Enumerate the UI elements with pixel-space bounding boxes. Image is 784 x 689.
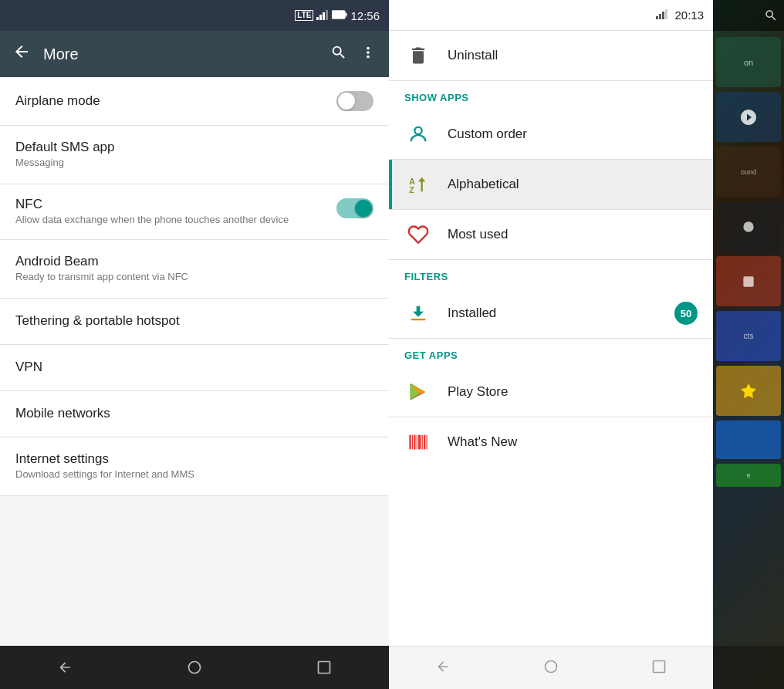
settings-item-nfc-title: NFC <box>15 197 289 212</box>
signal-icon-right <box>656 8 668 22</box>
svg-rect-10 <box>662 12 664 19</box>
svg-rect-23 <box>427 435 427 450</box>
menu-spacer <box>389 467 713 646</box>
custom-order-label: Custom order <box>448 127 527 142</box>
settings-item-android-beam[interactable]: Android Beam Ready to transmit app conte… <box>0 240 389 299</box>
svg-rect-15 <box>411 319 426 320</box>
settings-item-airplane-mode[interactable]: Airplane mode <box>0 77 389 126</box>
airplane-mode-toggle[interactable] <box>336 91 373 111</box>
settings-item-tethering-text: Tethering & portable hotspot <box>15 313 180 329</box>
show-apps-label: SHOW APPS <box>389 81 713 110</box>
settings-item-mobile-title: Mobile networks <box>15 406 110 421</box>
settings-item-mobile-networks[interactable]: Mobile networks <box>0 391 389 437</box>
barcode-icon <box>404 428 432 456</box>
settings-item-tethering-title: Tethering & portable hotspot <box>15 313 180 329</box>
person-icon <box>404 120 432 148</box>
settings-item-airplane-text: Airplane mode <box>15 93 100 109</box>
side-strip: on ound cts <box>713 0 784 689</box>
settings-item-airplane-title: Airplane mode <box>15 93 100 109</box>
back-nav-right[interactable] <box>435 659 451 677</box>
svg-point-12 <box>414 127 421 134</box>
settings-item-nfc[interactable]: NFC Allow data exchange when the phone t… <box>0 184 389 240</box>
side-app-6: cts <box>716 311 781 361</box>
side-strip-content: on ound cts <box>713 0 784 689</box>
svg-rect-11 <box>665 9 667 19</box>
recents-nav-button[interactable] <box>309 652 340 683</box>
svg-rect-7 <box>319 662 330 674</box>
side-app-7 <box>716 366 781 416</box>
search-button[interactable] <box>330 44 347 65</box>
svg-point-6 <box>189 662 201 674</box>
settings-item-sms-title: Default SMS app <box>15 140 115 155</box>
installed-badge: 50 <box>674 302 698 325</box>
settings-item-nfc-text: NFC Allow data exchange when the phone t… <box>15 197 289 227</box>
uninstall-label: Uninstall <box>448 48 498 63</box>
alphabetical-label: Alphabetical <box>448 177 519 192</box>
toolbar-title: More <box>43 46 318 63</box>
settings-item-sms-text: Default SMS app Messaging <box>15 140 115 170</box>
settings-item-mobile-text: Mobile networks <box>15 406 110 421</box>
svg-rect-9 <box>659 14 661 19</box>
svg-rect-19 <box>417 435 417 450</box>
settings-item-beam-text: Android Beam Ready to transmit app conte… <box>15 254 188 284</box>
settings-item-internet-title: Internet settings <box>15 451 194 467</box>
settings-item-vpn-title: VPN <box>15 360 42 375</box>
most-used-label: Most used <box>448 227 508 242</box>
side-app-grid: on ound cts <box>713 31 784 646</box>
settings-item-internet-subtitle: Download settings for Internet and MMS <box>15 468 194 481</box>
playstore-icon <box>404 378 432 406</box>
bottom-nav-left <box>0 646 389 689</box>
play-store-label: Play Store <box>448 384 508 400</box>
uninstall-menu-item[interactable]: Uninstall <box>389 31 713 80</box>
side-status-bar <box>713 0 784 31</box>
svg-point-26 <box>743 221 753 231</box>
settings-item-beam-subtitle: Ready to transmit app content via NFC <box>15 271 188 284</box>
side-app-2 <box>716 92 781 142</box>
time-right: 20:13 <box>674 8 704 22</box>
status-icons-left: LTE 12:56 <box>295 9 380 22</box>
settings-item-beam-title: Android Beam <box>15 254 188 269</box>
settings-item-internet[interactable]: Internet settings Download settings for … <box>0 437 389 496</box>
side-nav-bar <box>713 646 784 689</box>
menu-item-play-store[interactable]: Play Store <box>389 367 713 417</box>
settings-item-tethering[interactable]: Tethering & portable hotspot <box>0 299 389 345</box>
side-app-1: on <box>716 37 781 87</box>
sort-az-icon: A Z <box>404 171 432 198</box>
settings-list: Airplane mode Default SMS app Messaging … <box>0 77 389 646</box>
menu-item-custom-order[interactable]: Custom order <box>389 110 713 159</box>
menu-item-installed[interactable]: Installed 50 <box>389 289 713 338</box>
back-nav-button[interactable] <box>49 652 80 683</box>
left-panel: LTE 12:56 Mo <box>0 0 389 689</box>
svg-rect-4 <box>332 11 345 19</box>
menu-item-alphabetical[interactable]: A Z Alphabetical <box>389 160 713 209</box>
side-app-3: ound <box>716 147 781 197</box>
home-nav-right[interactable] <box>543 659 559 677</box>
svg-rect-8 <box>656 16 658 19</box>
recents-nav-right[interactable] <box>651 659 667 677</box>
svg-marker-28 <box>741 383 756 398</box>
get-apps-label: GET APPS <box>389 339 713 367</box>
toolbar-left: More <box>0 31 389 77</box>
nfc-toggle[interactable] <box>336 198 373 218</box>
settings-item-vpn[interactable]: VPN <box>0 345 389 391</box>
bottom-nav-right <box>389 646 713 689</box>
middle-panel: 20:13 Uninstall SHOW APPS Custom order <box>389 0 713 689</box>
settings-item-default-sms[interactable]: Default SMS app Messaging <box>0 126 389 184</box>
svg-text:Z: Z <box>409 185 414 194</box>
settings-item-sms-subtitle: Messaging <box>15 157 115 170</box>
heart-icon <box>404 221 432 248</box>
lte-icon: LTE <box>295 10 313 21</box>
svg-rect-5 <box>346 13 347 17</box>
menu-item-most-used[interactable]: Most used <box>389 210 713 259</box>
home-nav-button[interactable] <box>179 652 210 683</box>
right-panel: 20:13 Uninstall SHOW APPS Custom order <box>389 0 784 689</box>
menu-item-whats-new[interactable]: What's New <box>389 417 713 467</box>
svg-rect-20 <box>418 435 421 450</box>
settings-item-vpn-text: VPN <box>15 360 42 375</box>
svg-rect-22 <box>424 435 425 450</box>
signal-icon <box>316 9 329 22</box>
back-button[interactable] <box>12 42 31 66</box>
svg-rect-1 <box>319 15 322 20</box>
side-app-5 <box>716 256 781 306</box>
more-button[interactable] <box>360 44 377 65</box>
